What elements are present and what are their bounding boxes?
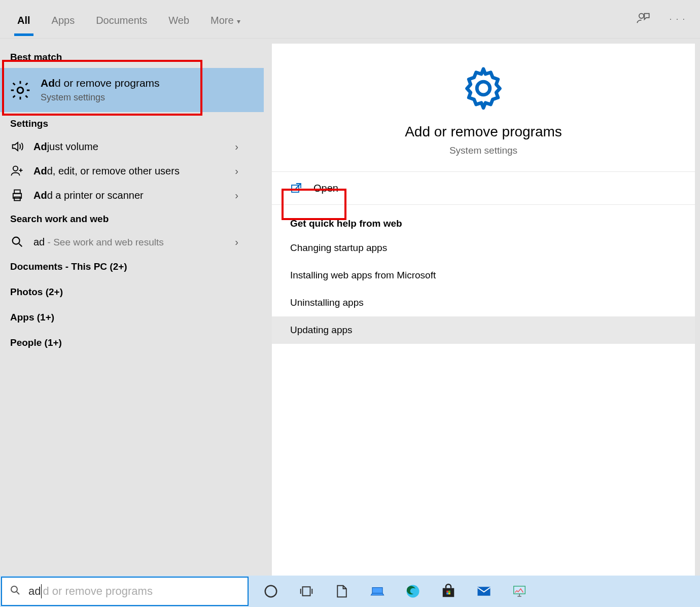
- search-typed-text: ad: [28, 585, 41, 598]
- store-icon[interactable]: [439, 582, 458, 600]
- svg-point-6: [13, 237, 20, 244]
- detail-pane: Add or remove programs System settings O…: [264, 39, 700, 576]
- svg-point-0: [639, 13, 644, 18]
- tab-apps[interactable]: Apps: [49, 3, 78, 35]
- settings-result-add-printer[interactable]: Add a printer or scanner ›: [0, 183, 264, 207]
- chevron-right-icon: ›: [235, 141, 254, 153]
- svg-point-7: [477, 82, 490, 95]
- quick-help-heading: Get quick help from web: [272, 205, 695, 234]
- edge-icon[interactable]: [404, 582, 422, 600]
- search-icon: [9, 584, 28, 598]
- svg-rect-18: [478, 587, 491, 596]
- group-apps[interactable]: Apps (1+): [0, 305, 264, 330]
- svg-rect-5: [14, 197, 20, 201]
- chevron-right-icon: ›: [235, 236, 254, 248]
- svg-rect-15: [448, 591, 450, 593]
- svg-rect-14: [446, 591, 448, 593]
- chevron-right-icon: ›: [235, 190, 254, 201]
- search-filter-tabs: All Apps Documents Web More▾ · · ·: [0, 0, 700, 39]
- results-list: Best match Add or remove programs System…: [0, 39, 264, 576]
- group-documents[interactable]: Documents - This PC (2+): [0, 254, 264, 279]
- quick-item-startup[interactable]: Changing startup apps: [272, 234, 695, 262]
- tab-documents[interactable]: Documents: [93, 3, 150, 35]
- mail-icon[interactable]: [475, 582, 493, 600]
- gear-icon: [459, 105, 508, 114]
- open-icon: [290, 182, 302, 194]
- svg-point-10: [265, 586, 277, 597]
- svg-rect-4: [14, 190, 20, 194]
- libreoffice-icon[interactable]: [333, 582, 351, 600]
- section-settings: Settings: [0, 112, 264, 134]
- laptop-icon[interactable]: [368, 582, 387, 600]
- svg-rect-16: [446, 593, 448, 595]
- taskbar-search-input[interactable]: add or remove programs: [1, 577, 249, 606]
- group-people[interactable]: People (1+): [0, 330, 264, 355]
- section-best-match: Best match: [0, 46, 264, 68]
- search-icon: [10, 235, 24, 249]
- monitor-icon[interactable]: [510, 582, 529, 600]
- quick-item-install-webapps[interactable]: Installing web apps from Microsoft: [272, 262, 695, 289]
- best-match-subtitle: System settings: [41, 92, 160, 103]
- detail-subtitle: System settings: [282, 145, 685, 156]
- chevron-down-icon: ▾: [237, 17, 240, 25]
- taskbar: add or remove programs T: [0, 576, 700, 607]
- open-action[interactable]: Open: [272, 172, 695, 205]
- svg-rect-11: [303, 587, 310, 596]
- gear-icon: [9, 79, 31, 101]
- settings-result-add-users[interactable]: Add, edit, or remove other users ›: [0, 159, 264, 183]
- tab-all[interactable]: All: [14, 3, 33, 35]
- tab-more[interactable]: More▾: [207, 3, 243, 35]
- web-search-result[interactable]: ad - See work and web results ›: [0, 230, 264, 254]
- quick-item-uninstall[interactable]: Uninstalling apps: [272, 289, 695, 316]
- tab-web[interactable]: Web: [165, 3, 192, 35]
- chevron-right-icon: ›: [235, 165, 254, 177]
- quick-item-updating[interactable]: Updating apps: [272, 316, 695, 344]
- settings-result-adjust-volume[interactable]: Adjust volume ›: [0, 134, 264, 159]
- svg-point-9: [11, 586, 17, 592]
- task-view-icon[interactable]: [297, 582, 316, 600]
- search-suggestion-text: d or remove programs: [43, 585, 152, 598]
- group-photos[interactable]: Photos (2+): [0, 279, 264, 305]
- section-search-work-web: Search work and web: [0, 207, 264, 230]
- volume-icon: [10, 139, 24, 154]
- svg-rect-17: [448, 593, 450, 595]
- user-add-icon: [10, 164, 24, 178]
- more-options-icon[interactable]: · · ·: [670, 15, 686, 24]
- text-cursor: [41, 584, 42, 598]
- best-match-title: Add or remove programs: [41, 77, 160, 89]
- detail-title: Add or remove programs: [282, 124, 685, 140]
- feedback-icon[interactable]: [636, 11, 650, 27]
- printer-icon: [10, 188, 24, 202]
- cortana-icon[interactable]: [262, 582, 280, 600]
- best-match-result[interactable]: Add or remove programs System settings: [0, 68, 264, 112]
- svg-point-2: [13, 166, 18, 171]
- svg-point-1: [17, 87, 23, 93]
